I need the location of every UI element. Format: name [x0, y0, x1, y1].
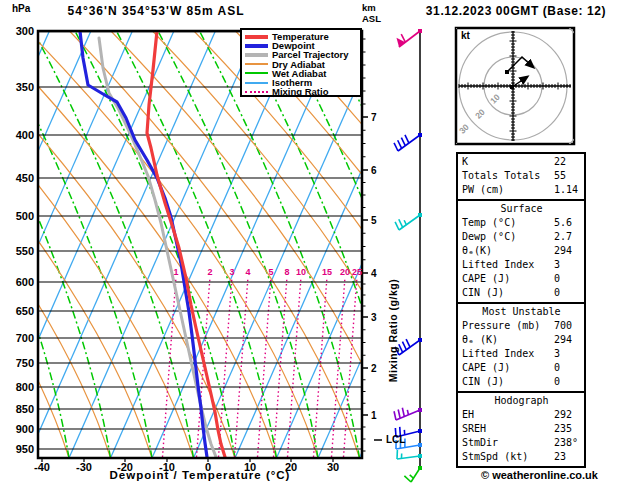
index-label: StmDir: [462, 436, 554, 450]
table-row: Temp (°C)5.6: [462, 216, 581, 230]
table-section-header: Most Unstable: [462, 305, 581, 319]
barb-station-dot: [418, 338, 422, 342]
table-row: StmSpd (kt)23: [462, 450, 581, 464]
mixing-ratio-value-label: 25: [352, 267, 362, 277]
wind-barb: [394, 133, 422, 151]
index-value: 22: [554, 155, 581, 169]
index-label: Totals Totals: [462, 169, 554, 183]
index-label: SREH: [462, 422, 554, 436]
index-label: StmSpd (kt): [462, 450, 554, 464]
dewpoint-line-sample: [245, 44, 268, 48]
wet-adiabat-line-sample: [245, 72, 268, 74]
pressure-tick-label: 650: [16, 305, 34, 317]
barb-feather: [406, 339, 410, 347]
mixing-ratio-line-sample: [245, 91, 268, 93]
barb-shaft: [411, 468, 420, 482]
index-value: 292: [554, 408, 581, 422]
hodograph-unit-label: kt: [461, 30, 470, 41]
barb-feather: [404, 476, 411, 482]
table-row: CIN (J)0: [462, 375, 581, 389]
indices-table: K22 Totals Totals55 PW (cm)1.14: [456, 152, 586, 201]
barb-feather: [402, 408, 404, 417]
barb-station-dot: [418, 213, 422, 217]
barb-feather: [394, 143, 398, 151]
table-row: θₑ (K)294: [462, 333, 581, 347]
table-row: SREH235: [462, 422, 581, 436]
pressure-tick-label: 850: [16, 403, 34, 415]
barb-feather: [401, 138, 405, 146]
hodograph-trace-origin: [510, 85, 514, 89]
mixing-ratio-value-label: 8: [284, 267, 289, 277]
index-label: Pressure (mb): [462, 319, 554, 333]
mixing-ratio-line: [288, 277, 302, 457]
barb-feather: [402, 342, 406, 350]
mixing-ratio-value-label: 3: [229, 267, 234, 277]
km-tick-label: 7: [371, 112, 377, 123]
mixing-ratio-value-label: 4: [245, 267, 250, 277]
index-value: 23: [554, 450, 581, 464]
station-location-title: 54°36'N 354°53'W 85m ASL: [0, 4, 312, 18]
index-value: 0: [554, 375, 581, 389]
index-label: PW (cm): [462, 183, 554, 197]
barb-feather: [399, 219, 403, 227]
pressure-tick-label: 700: [16, 332, 34, 344]
wind-barb: [397, 450, 422, 459]
surface-table: Surface Temp (°C)5.6 Dewp (°C)2.7 θₑ(K)2…: [456, 199, 586, 304]
wet-adiabat-line: [34, 31, 194, 458]
sounding-indices-panel: K22 Totals Totals55 PW (cm)1.14 Surface …: [456, 152, 586, 468]
index-label: EH: [462, 408, 554, 422]
hodograph-trace-origin: [505, 70, 509, 74]
pressure-tick-label: 300: [16, 25, 34, 37]
index-value: 294: [554, 333, 581, 347]
table-row: K22: [462, 155, 581, 169]
table-row: EH292: [462, 408, 581, 422]
index-value: 238°: [554, 436, 581, 450]
x-axis-label: Dewpoint / Temperature (°C): [38, 469, 362, 481]
index-label: CAPE (J): [462, 361, 554, 375]
index-value: 55: [554, 169, 581, 183]
index-value: 700: [554, 319, 581, 333]
mixing-ratio-value-label: 5: [268, 267, 273, 277]
km-tick-label: 5: [371, 215, 377, 226]
index-value: 0: [554, 286, 581, 300]
mixing-ratio-line: [332, 277, 346, 457]
hodograph: 102030: [432, 5, 594, 167]
km-tick-label: 1: [371, 410, 377, 421]
barb-feather: [410, 475, 414, 478]
pressure-tick-label: 350: [16, 81, 34, 93]
isotherm-line: [609, 31, 629, 458]
pressure-tick-label: 400: [16, 129, 34, 141]
index-label: Lifted Index: [462, 347, 554, 361]
table-row: θₑ(K)294: [462, 244, 581, 258]
barb-feather: [395, 222, 399, 230]
table-row: PW (cm)1.14: [462, 183, 581, 197]
index-value: 3: [554, 258, 581, 272]
barb-station-dot: [418, 466, 422, 470]
table-row: Totals Totals55: [462, 169, 581, 183]
wet-adiabat-line: [0, 31, 69, 458]
table-section-header: Hodograph: [462, 394, 581, 408]
mixing-ratio-axis-label: Mixing Ratio (g/kg): [387, 231, 400, 431]
table-row: Pressure (mb)700: [462, 319, 581, 333]
table-row: Lifted Index3: [462, 258, 581, 272]
km-tick-label: 2: [371, 363, 377, 374]
index-label: Lifted Index: [462, 258, 554, 272]
pressure-tick-label: 900: [16, 423, 34, 435]
index-label: CIN (J): [462, 375, 554, 389]
index-label: θₑ (K): [462, 333, 554, 347]
index-label: K: [462, 155, 554, 169]
mixing-ratio-value-label: 10: [296, 267, 306, 277]
legend-label: Mixing Ratio: [272, 86, 328, 97]
mixing-ratio-line: [314, 277, 328, 457]
km-tick-label: 6: [371, 165, 377, 176]
index-value: 0: [554, 361, 581, 375]
wind-barb: [395, 213, 422, 230]
table-row: Dewp (°C)2.7: [462, 230, 581, 244]
mixing-ratio-value-label: 20: [340, 267, 350, 277]
dry-adiabat-line: [0, 31, 69, 458]
barb-feather: [404, 220, 406, 225]
table-row: StmDir238°: [462, 436, 581, 450]
table-row: CAPE (J)0: [462, 272, 581, 286]
index-label: Dewp (°C): [462, 230, 554, 244]
barb-feather: [407, 410, 408, 415]
